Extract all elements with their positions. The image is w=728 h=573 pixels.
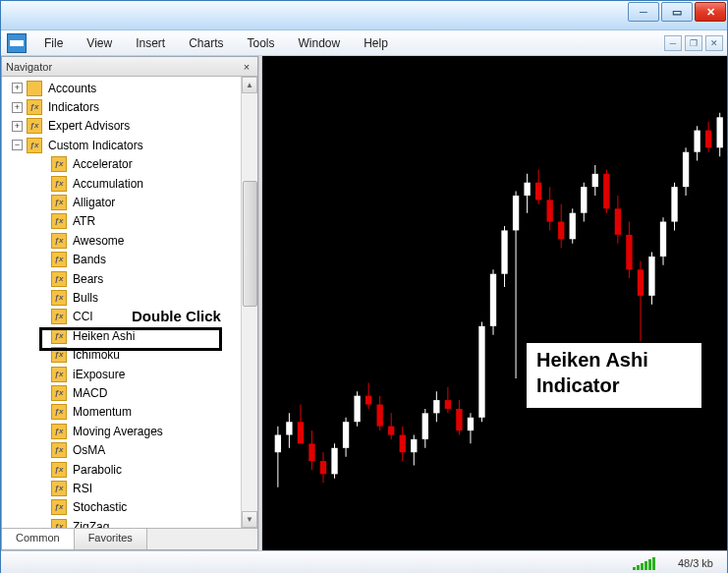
svg-rect-23	[400, 435, 406, 453]
tree-item-osma[interactable]: ƒxOsMA	[6, 440, 241, 459]
fx-icon: ƒx	[51, 499, 67, 515]
fx-icon: ƒx	[27, 99, 42, 115]
svg-rect-13	[343, 422, 349, 448]
menu-tools[interactable]: Tools	[236, 33, 287, 53]
tree-item-bears[interactable]: ƒxBears	[6, 269, 241, 288]
expand-icon[interactable]: +	[12, 83, 23, 93]
tree-label: ZigZag	[71, 520, 111, 528]
app-icon	[7, 33, 27, 53]
svg-rect-15	[354, 396, 360, 423]
svg-rect-27	[422, 413, 428, 439]
svg-rect-73	[683, 152, 689, 187]
menu-window[interactable]: Window	[287, 33, 353, 53]
svg-rect-31	[445, 400, 451, 409]
tree-item-alligator[interactable]: ƒxAlligator	[6, 193, 241, 211]
svg-rect-51	[558, 222, 564, 240]
tree-scrollbar[interactable]: ▲ ▼	[241, 77, 257, 528]
tree-item-bands[interactable]: ƒxBands	[6, 251, 241, 269]
tree-item-bulls[interactable]: ƒxBulls	[6, 288, 241, 307]
annotation-double-click: Double Click	[132, 308, 221, 324]
mdi-restore-button[interactable]: ❐	[685, 35, 702, 51]
tree-node-accounts[interactable]: +Accounts	[6, 79, 241, 97]
fx-icon: ƒx	[51, 385, 67, 401]
tree-item-awesome[interactable]: ƒxAwesome	[6, 231, 241, 250]
menu-insert[interactable]: Insert	[124, 33, 177, 53]
tree-label: iExposure	[71, 368, 127, 381]
tree-item-heiken-ashi[interactable]: ƒxHeiken Ashi	[6, 326, 241, 345]
menu-help[interactable]: Help	[352, 33, 400, 53]
tree-node-expert-advisors[interactable]: +ƒxExpert Advisors	[6, 117, 241, 136]
svg-rect-29	[433, 400, 439, 413]
tree-item-ichimoku[interactable]: ƒxIchimoku	[6, 345, 241, 364]
scroll-up-icon[interactable]: ▲	[242, 77, 257, 93]
tree-item-atr[interactable]: ƒxATR	[6, 212, 241, 231]
fx-icon: ƒx	[51, 404, 67, 420]
tree-item-moving-averages[interactable]: ƒxMoving Averages	[6, 422, 241, 440]
svg-rect-35	[468, 418, 474, 430]
svg-rect-21	[388, 427, 394, 435]
svg-rect-5	[298, 422, 304, 443]
tree-label: RSI	[71, 482, 94, 495]
navigator-panel: Navigator × +Accounts+ƒxIndicators+ƒxExp…	[1, 56, 258, 550]
expand-icon[interactable]: +	[12, 102, 23, 113]
tree-item-stochastic[interactable]: ƒxStochastic	[6, 498, 241, 517]
menubar: FileViewInsertChartsToolsWindowHelp ─ ❐ …	[1, 30, 727, 56]
fx-icon: ƒx	[51, 442, 67, 458]
tree-label: Moving Averages	[71, 425, 165, 438]
fx-icon: ƒx	[51, 195, 67, 210]
svg-rect-17	[365, 396, 371, 405]
svg-rect-11	[331, 448, 337, 475]
annotation-indicator-box: Heiken Ashi Indicator	[525, 341, 703, 410]
tree-item-rsi[interactable]: ƒxRSI	[6, 479, 241, 497]
network-status: 48/3 kb	[678, 557, 727, 569]
close-button[interactable]: ✕	[695, 2, 726, 22]
tree-node-indicators[interactable]: +ƒxIndicators	[6, 97, 241, 116]
chart-pane[interactable]: Heiken Ashi Indicator	[262, 56, 727, 550]
tree-label: CCI	[71, 310, 95, 323]
svg-rect-39	[490, 274, 496, 326]
mdi-minimize-button[interactable]: ─	[664, 35, 682, 51]
minimize-button[interactable]: ─	[628, 2, 659, 22]
titlebar[interactable]: ─ ▭ ✕	[1, 1, 727, 30]
tree-label: Custom Indicators	[46, 139, 145, 152]
tree-label: ATR	[71, 214, 97, 228]
scroll-down-icon[interactable]: ▼	[242, 511, 257, 528]
tree-item-momentum[interactable]: ƒxMomentum	[6, 403, 241, 422]
mdi-close-button[interactable]: ✕	[705, 35, 723, 51]
menu-view[interactable]: View	[75, 33, 124, 53]
maximize-button[interactable]: ▭	[661, 2, 693, 22]
tree-item-macd[interactable]: ƒxMACD	[6, 383, 241, 402]
tree-item-accelerator[interactable]: ƒxAccelerator	[6, 155, 241, 174]
svg-rect-75	[694, 131, 700, 152]
navigator-tree[interactable]: +Accounts+ƒxIndicators+ƒxExpert Advisors…	[2, 77, 241, 528]
navigator-close-icon[interactable]: ×	[240, 60, 253, 74]
connection-signal-icon	[633, 556, 672, 570]
menu-charts[interactable]: Charts	[177, 33, 235, 53]
scroll-thumb[interactable]	[243, 181, 257, 307]
tree-label: Heiken Ashi	[71, 329, 137, 343]
fx-icon: ƒx	[51, 290, 67, 306]
tab-common[interactable]: Common	[2, 529, 75, 549]
svg-rect-19	[376, 405, 382, 427]
menu-file[interactable]: File	[32, 33, 75, 53]
svg-rect-43	[513, 196, 519, 230]
collapse-icon[interactable]: −	[12, 140, 23, 150]
candlestick-chart	[262, 56, 727, 550]
svg-rect-61	[615, 208, 621, 235]
fx-icon: ƒx	[51, 367, 67, 382]
tree-item-parabolic[interactable]: ƒxParabolic	[6, 460, 241, 479]
svg-rect-65	[638, 269, 644, 296]
tree-item-accumulation[interactable]: ƒxAccumulation	[6, 174, 241, 193]
tree-item-zigzag[interactable]: ƒxZigZag	[6, 517, 241, 528]
navigator-header[interactable]: Navigator ×	[2, 57, 257, 77]
tree-item-iexposure[interactable]: ƒxiExposure	[6, 365, 241, 383]
expand-icon[interactable]: +	[12, 121, 23, 132]
fx-icon: ƒx	[51, 424, 67, 439]
fx-icon: ƒx	[51, 328, 67, 344]
tree-label: OsMA	[71, 443, 107, 457]
tree-node-custom-indicators[interactable]: −ƒxCustom Indicators	[6, 136, 241, 154]
svg-rect-71	[671, 187, 677, 221]
tab-favorites[interactable]: Favorites	[75, 529, 147, 549]
svg-rect-49	[547, 200, 553, 221]
svg-rect-3	[286, 422, 292, 434]
